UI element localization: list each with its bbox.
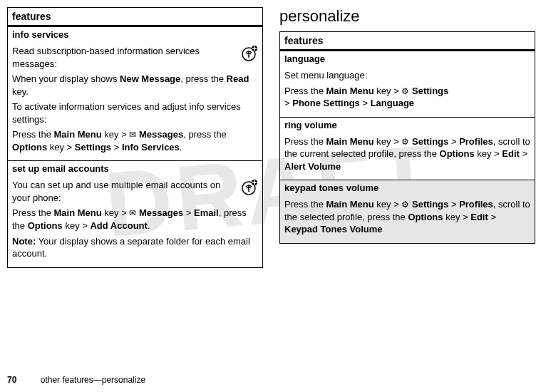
options-label: Options: [408, 212, 443, 222]
profiles-label: Profiles: [459, 136, 493, 147]
lang-p2: Press the Main Menu key > ⚙ Settings > P…: [284, 85, 530, 110]
text: Press the: [284, 199, 326, 210]
email-p2: Press the Main Menu key > ✉ Messages > E…: [12, 207, 258, 232]
options-label: Options: [28, 220, 63, 231]
language-cell: Set menu language: Press the Main Menu k…: [280, 64, 535, 117]
text: .: [180, 142, 182, 153]
edit-label: Edit: [502, 148, 520, 159]
envelope-icon: ✉: [129, 130, 136, 140]
info-services-title: info services: [8, 27, 262, 40]
left-header: features: [8, 8, 262, 27]
options-label: Options: [12, 142, 47, 153]
email-title: set up email accounts: [8, 160, 262, 174]
page-number: 70: [7, 375, 16, 385]
options-label: Options: [440, 148, 475, 159]
keypad-volume-label: Keypad Tones Volume: [284, 224, 383, 234]
text: key >: [102, 129, 130, 140]
messages-label: Messages: [139, 207, 183, 218]
envelope-icon: ✉: [129, 208, 136, 218]
main-menu-label: Main Menu: [326, 199, 374, 210]
text: , press the: [180, 73, 226, 84]
text: key >: [374, 86, 402, 96]
note-text: Your display shows a separate folder for…: [12, 236, 250, 259]
text: key.: [12, 86, 29, 97]
settings-label: Settings: [412, 86, 448, 96]
settings-icon: ⚙: [401, 137, 409, 147]
edit-label: Edit: [470, 212, 488, 222]
text: key >: [47, 142, 75, 153]
text: >: [111, 142, 122, 153]
settings-icon: ⚙: [401, 86, 409, 96]
settings-icon: ⚙: [401, 200, 409, 210]
note-label: Note:: [12, 236, 36, 247]
right-column: personalize features language Set menu l…: [279, 7, 534, 268]
text: >: [520, 148, 527, 159]
email-p1: You can set up and use multiple email ac…: [12, 179, 258, 204]
text: Press the: [284, 136, 326, 147]
text: .: [148, 220, 150, 231]
antenna-icon: [239, 43, 258, 64]
text: key >: [63, 220, 91, 231]
main-menu-label: Main Menu: [54, 207, 102, 218]
text: >: [488, 212, 496, 222]
settings-label: Settings: [412, 199, 448, 210]
text: key >: [374, 199, 402, 210]
text: >: [448, 136, 459, 147]
main-menu-label: Main Menu: [326, 136, 374, 147]
left-table: features info services Read subscription…: [7, 7, 263, 268]
email-cell: You can set up and use multiple email ac…: [8, 174, 262, 267]
info-p2: When your display shows New Message, pre…: [12, 73, 258, 98]
phone-settings-label: Phone Settings: [292, 98, 360, 108]
ring-cell: Press the Main Menu key > ⚙ Settings > P…: [280, 130, 535, 180]
personalize-heading: personalize: [279, 7, 534, 26]
messages-label: Messages: [139, 129, 183, 140]
footer-text: other features—personalize: [41, 375, 145, 385]
right-header: features: [280, 32, 535, 51]
ring-title: ring volume: [280, 117, 535, 130]
text: >: [284, 98, 292, 108]
text: Press the: [12, 129, 54, 140]
page-columns: features info services Read subscription…: [7, 7, 534, 268]
add-account-label: Add Account: [90, 220, 147, 231]
profiles-label: Profiles: [459, 199, 493, 210]
settings-label: Settings: [412, 136, 448, 147]
alert-volume-label: Alert Volume: [284, 161, 341, 172]
text: key >: [443, 212, 471, 222]
info-services-cell: Read subscription-based information serv…: [8, 40, 262, 160]
text: >: [183, 207, 194, 218]
language-label: Language: [371, 98, 414, 108]
info-services-label: Info Services: [122, 142, 180, 153]
text: key >: [102, 207, 130, 218]
info-p3: To activate information services and adj…: [12, 100, 258, 125]
right-table: features language Set menu language: Pre…: [279, 31, 535, 244]
keypad-cell: Press the Main Menu key > ⚙ Settings > P…: [280, 193, 535, 243]
ring-p1: Press the Main Menu key > ⚙ Settings > P…: [284, 135, 530, 173]
text: key >: [374, 136, 402, 147]
new-message-label: New Message: [120, 73, 180, 84]
keypad-p1: Press the Main Menu key > ⚙ Settings > P…: [284, 198, 530, 236]
keypad-title: keypad tones volume: [280, 180, 535, 193]
text: >: [360, 98, 371, 108]
info-p1: Read subscription-based information serv…: [12, 45, 258, 70]
lang-p1: Set menu language:: [284, 69, 530, 82]
main-menu-label: Main Menu: [54, 129, 102, 140]
text: , press the: [183, 129, 227, 140]
text: When your display shows: [12, 73, 120, 84]
text: Press the: [284, 86, 326, 96]
text: key >: [475, 148, 503, 159]
info-p4: Press the Main Menu key > ✉ Messages, pr…: [12, 128, 258, 153]
email-note: Note: Your display shows a separate fold…: [12, 235, 258, 260]
text: Press the: [12, 207, 54, 218]
text: >: [448, 199, 459, 210]
settings-label: Settings: [75, 142, 111, 153]
antenna-icon: [239, 177, 258, 198]
email-label: Email: [194, 207, 219, 218]
left-column: features info services Read subscription…: [7, 7, 262, 268]
main-menu-label: Main Menu: [326, 86, 374, 96]
page-footer: 70 other features—personalize: [7, 375, 145, 385]
read-key-label: Read: [227, 73, 249, 84]
language-title: language: [280, 51, 535, 64]
